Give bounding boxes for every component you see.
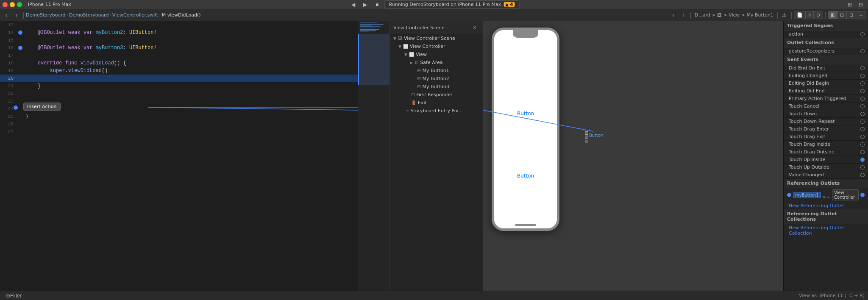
- warning-badge: ▲ 4: [504, 2, 515, 7]
- bc-4[interactable]: M viewDidLoad(): [162, 12, 201, 18]
- view-as-label: View as: iPhone 11 (- C ÷ R): [799, 293, 865, 298]
- minimap-line: [360, 29, 379, 30]
- seg-history[interactable]: ⊙: [814, 11, 823, 19]
- conn-circle-vc[interactable]: [860, 173, 865, 177]
- conn-circle-outlet-end[interactable]: [860, 193, 865, 197]
- minimize-button[interactable]: [10, 2, 15, 7]
- bc-1[interactable]: DemoStoryboard: [26, 12, 66, 18]
- maximize-button[interactable]: [17, 2, 22, 7]
- new-referencing-outlet-link[interactable]: New Referencing Outlet: [784, 202, 868, 209]
- divider5: [825, 12, 826, 19]
- conn-touch-down-repeat: Touch Down Repeat: [784, 118, 868, 125]
- expand-button[interactable]: ⊞: [845, 0, 854, 9]
- conn-circle-tuo[interactable]: [860, 165, 865, 169]
- iphone-frame: Button Button: [492, 28, 559, 231]
- split-button[interactable]: ⊟: [856, 0, 865, 9]
- conn-circle-outlet[interactable]: [787, 193, 791, 197]
- conn-circle-tdout[interactable]: [860, 150, 865, 154]
- conn-circle-edb[interactable]: [860, 81, 865, 86]
- ref-outlet-collections-header: Referencing Outlet Collections: [784, 209, 868, 224]
- bc-2[interactable]: DemoStoryboard: [69, 12, 109, 18]
- conn-handle-3[interactable]: [585, 140, 588, 143]
- scene-icon-sa: ⊡: [415, 60, 418, 65]
- conn-circle-gesture[interactable]: [860, 49, 865, 53]
- conn-circle-deooe[interactable]: [860, 66, 865, 70]
- new-ref-outlet-collection-link[interactable]: New Referencing Outlet Collection: [784, 224, 868, 237]
- conn-circle-tdr[interactable]: [860, 119, 865, 124]
- minimap-line: [360, 24, 384, 25]
- seg-size[interactable]: ⊟: [847, 11, 856, 19]
- stop-button[interactable]: ■: [373, 0, 382, 9]
- storyboard-back-btn[interactable]: ‹: [669, 11, 678, 20]
- conn-circle-action[interactable]: [860, 32, 865, 36]
- scene-icon-vc: ⬜: [403, 44, 408, 49]
- conn-circle-tui[interactable]: [860, 158, 865, 162]
- filter-button[interactable]: ⊙ Filter: [3, 291, 24, 300]
- code-line-15: 15: [0, 36, 358, 44]
- warning-icon-btn[interactable]: ⚠: [780, 11, 789, 20]
- code-line-17: 17: [0, 52, 358, 59]
- conn-did-end-on-exit: Did End On Exit: [784, 64, 868, 72]
- prev-location-btn[interactable]: ‹: [2, 11, 11, 20]
- conn-outlet-row: myButton1 —✕→ View Controller: [784, 188, 868, 202]
- conn-handle-2[interactable]: [585, 136, 588, 139]
- scene-item-vc[interactable]: ▼ ⬜ View Controller: [390, 42, 483, 50]
- next-location-btn[interactable]: ›: [12, 11, 21, 20]
- scene-item-safearea[interactable]: ► ⊡ Safe Area: [390, 58, 483, 67]
- conn-touch-cancel: Touch Cancel: [784, 103, 868, 110]
- close-button[interactable]: [3, 2, 8, 7]
- storyboard-breadcrumb: D...ard > 🖼 > View > My Button1: [693, 12, 775, 18]
- seg-identity[interactable]: ⊞: [828, 11, 837, 19]
- forward-button[interactable]: ▶: [361, 0, 370, 9]
- conn-value-changed: Value Changed: [784, 171, 868, 179]
- scene-item-vc-scene[interactable]: ▼ 🖼 View Controller Scene: [390, 34, 483, 42]
- code-line-27: 27: [0, 128, 358, 136]
- code-breadcrumb: DemoStoryboard › DemoStoryboard › ViewCo…: [26, 12, 201, 18]
- scene-item-btn3[interactable]: ⊟ My Button3: [390, 83, 483, 91]
- conn-circle-tdi[interactable]: [860, 142, 865, 147]
- code-line-25: 25 }: [0, 113, 358, 120]
- iphone-outer: Button Button: [492, 28, 559, 231]
- scene-icon-vc-scene: 🖼: [398, 36, 402, 41]
- scene-icon-btn3: ⊟: [417, 84, 420, 89]
- scene-item-exit[interactable]: 🚪 Exit: [390, 99, 483, 107]
- conn-circle-pat[interactable]: [860, 97, 865, 101]
- scene-icon-exit: 🚪: [411, 100, 416, 105]
- conn-editing-changed: Editing Changed: [784, 72, 868, 80]
- scene-item-view[interactable]: ▼ ⬜ View: [390, 50, 483, 58]
- conn-circle-tc[interactable]: [860, 104, 865, 108]
- conn-circle-ede[interactable]: [860, 89, 865, 93]
- conn-circle-td[interactable]: [860, 112, 865, 116]
- storyboard-fwd-btn[interactable]: ›: [679, 11, 688, 20]
- seg-file[interactable]: 📄: [794, 11, 806, 19]
- seg-quick[interactable]: ?: [806, 11, 814, 19]
- minimap-line: [360, 26, 381, 27]
- canvas-button1[interactable]: Button: [517, 111, 534, 117]
- traffic-lights: [3, 2, 22, 7]
- back-button[interactable]: ◀: [349, 0, 358, 9]
- conn-circle-tdex[interactable]: [860, 135, 865, 139]
- code-line-16: 16 @IBOutlet weak var myButton3: UIButto…: [0, 44, 358, 52]
- canvas-button2[interactable]: Button: [517, 173, 534, 179]
- bc-3[interactable]: ViewController.swift: [112, 12, 158, 18]
- conn-editing-did-begin: Editing Did Begin: [784, 80, 868, 87]
- scene-item-firstresponder[interactable]: ⊡ First Responder: [390, 91, 483, 99]
- scene-item-btn1[interactable]: ⊟ My Button1: [390, 67, 483, 75]
- conn-circle-ec[interactable]: [860, 74, 865, 78]
- collapse-icon-sa: ►: [410, 61, 413, 65]
- sent-events-header: Sent Events: [784, 55, 868, 64]
- conn-circle-tde[interactable]: [860, 127, 865, 131]
- conn-touch-drag-enter: Touch Drag Enter: [784, 125, 868, 133]
- minimap-content: [358, 21, 389, 33]
- seg-attribs[interactable]: ⊟: [837, 11, 847, 19]
- conn-primary-action: Primary Action Triggered: [784, 95, 868, 103]
- expand-icon: ▼: [393, 36, 396, 41]
- scene-nav-close[interactable]: ✕: [470, 23, 479, 32]
- scene-item-storyboard-entry[interactable]: → Storyboard Entry Poi...: [390, 107, 483, 115]
- code-line-21: 21 }: [0, 82, 358, 90]
- conn-handle-1[interactable]: [585, 131, 588, 135]
- scene-icon-entry: →: [405, 108, 409, 113]
- outlet-target: View Controller: [832, 189, 859, 200]
- seg-connections[interactable]: →: [856, 11, 866, 19]
- scene-item-btn2[interactable]: ⊟ My Button2: [390, 75, 483, 83]
